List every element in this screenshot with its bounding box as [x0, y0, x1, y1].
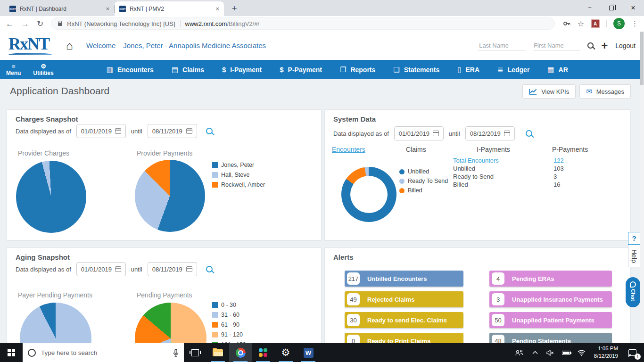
calendar-icon[interactable]	[186, 266, 192, 272]
nav-era[interactable]: ▯ERA	[448, 66, 488, 74]
people-icon[interactable]	[513, 349, 526, 356]
rxnt-logo[interactable]: RxNT	[8, 36, 52, 54]
menu-button[interactable]: ≡ Menu	[0, 63, 27, 76]
legend-swatch	[212, 302, 218, 308]
microphone-icon[interactable]	[173, 349, 179, 357]
calendar-icon[interactable]	[115, 266, 121, 272]
url-field[interactable]: RxNT (Networking Technology Inc) [US] ww…	[51, 17, 554, 30]
nav-i-payment[interactable]: $I-Payment	[213, 66, 271, 74]
tab-i-payments[interactable]: I-Payments	[477, 146, 510, 153]
profile-avatar[interactable]: S	[613, 18, 625, 29]
tray-expand-chevron-icon[interactable]	[529, 351, 541, 354]
refresh-search-icon[interactable]	[206, 266, 213, 272]
nav-p-payment[interactable]: $P-Payment	[271, 66, 331, 74]
calendar-icon[interactable]	[504, 131, 510, 136]
from-date-input[interactable]: 01/01/2019	[76, 124, 126, 138]
help-tab[interactable]: Help	[628, 245, 640, 267]
nav-encounters[interactable]: ▥Encounters	[98, 66, 163, 74]
action-center-button[interactable]: 1	[624, 349, 640, 356]
page-scrollbar[interactable]	[640, 31, 644, 343]
task-view-button[interactable]	[184, 343, 206, 362]
alert-ready-print-claims[interactable]: 0 Ready to Print Claims	[345, 333, 463, 343]
bar-chart-icon: ▦	[547, 66, 554, 74]
calendar-icon[interactable]	[186, 128, 192, 134]
tab-encounters[interactable]: Encounters	[332, 146, 365, 153]
stat-label[interactable]: Total Encounters	[453, 157, 499, 164]
nav-reports[interactable]: ❐Reports	[331, 66, 384, 74]
nav-claims[interactable]: ▤Claims	[163, 66, 213, 74]
home-icon[interactable]: ⌂	[66, 39, 73, 52]
stat-row: Billed16	[453, 181, 594, 189]
alert-rejected-claims[interactable]: 49 Rejected Claims	[345, 291, 463, 307]
chrome-button[interactable]	[229, 343, 252, 362]
taskbar-search[interactable]	[23, 343, 184, 362]
from-date-input[interactable]: 01/01/2019	[76, 262, 126, 276]
new-tab-button[interactable]: +	[228, 2, 241, 15]
alert-count: 3	[492, 293, 504, 305]
taskbar-search-input[interactable]	[41, 349, 168, 356]
tab-dashboard[interactable]: RxNT RxNT | Dashboard ×	[5, 1, 114, 16]
utilities-button[interactable]: ⚙ Utilities	[27, 63, 59, 76]
file-explorer-button[interactable]	[206, 343, 229, 362]
to-date-input[interactable]: 08/11/2019	[148, 124, 197, 138]
alert-unapplied-insurance[interactable]: 3 Unapplied Insurance Payments	[489, 291, 612, 307]
alert-label: Unapplied Insurance Payments	[512, 296, 603, 303]
refresh-search-icon[interactable]	[206, 128, 213, 134]
from-date-input[interactable]: 01/01/2019	[394, 126, 444, 140]
logout-link[interactable]: Logout	[615, 42, 636, 49]
slack-button[interactable]	[252, 343, 274, 362]
charges-date-filter: Data displayed as of 01/01/2019 until 08…	[16, 124, 213, 138]
calendar-icon[interactable]	[115, 128, 121, 134]
scrollbar-thumb[interactable]	[640, 32, 644, 85]
view-kpis-button[interactable]: View KPIs	[522, 84, 576, 99]
patient-search: + Logout	[478, 40, 636, 51]
nav-ar[interactable]: ▦AR	[538, 66, 577, 74]
settings-button[interactable]: ⚙	[274, 343, 297, 362]
reload-button[interactable]: ↻	[37, 20, 43, 28]
minimize-button[interactable]: −	[579, 0, 601, 16]
chart-title: Pending Payments	[137, 291, 192, 299]
alert-pending-statements[interactable]: 48 Pending Statements	[489, 333, 612, 343]
restore-button[interactable]	[601, 0, 622, 16]
battery-icon[interactable]	[560, 351, 572, 355]
legend-item: Hall, Steve	[212, 172, 265, 178]
alert-unapplied-patient[interactable]: 50 Unapplied Patient Payments	[489, 312, 612, 328]
alert-unbilled-encounters[interactable]: 217 Unbilled Encounters	[345, 271, 463, 287]
chart-title: Provider Payments	[137, 149, 192, 157]
adobe-extension-icon[interactable]: A	[591, 19, 600, 28]
word-button[interactable]: W	[297, 343, 320, 362]
close-button[interactable]: ×	[622, 0, 644, 16]
legend-item: Rockwell, Amber	[212, 181, 265, 188]
certificate-label[interactable]: RxNT (Networking Technology Inc) [US]	[67, 20, 175, 27]
tab-close-icon[interactable]: ×	[215, 5, 219, 12]
taskbar-clock[interactable]: 1:05 PM 8/12/2019	[591, 345, 621, 360]
start-button[interactable]	[0, 343, 23, 362]
nav-ledger[interactable]: ≣Ledger	[488, 66, 538, 74]
chat-button[interactable]: Chat	[626, 277, 640, 307]
refresh-search-icon[interactable]	[526, 130, 532, 137]
alert-ready-send-claims[interactable]: 30 Ready to send Elec. Claims	[345, 312, 463, 328]
last-name-input[interactable]	[478, 41, 525, 50]
volume-muted-icon[interactable]	[545, 350, 557, 356]
tab-claims[interactable]: Claims	[406, 146, 426, 153]
calendar-icon[interactable]	[433, 131, 439, 136]
tab-pmv2[interactable]: RxNT RxNT | PMV2 ×	[115, 1, 224, 16]
forward-button[interactable]: →	[21, 20, 29, 28]
stat-row: Ready to Send3	[453, 173, 594, 181]
back-button[interactable]: ←	[6, 20, 14, 28]
tab-p-payments[interactable]: P-Payments	[552, 146, 588, 153]
wifi-icon[interactable]	[576, 350, 588, 356]
add-patient-icon[interactable]: +	[601, 40, 608, 51]
tab-close-icon[interactable]: ×	[106, 5, 109, 12]
to-date-input[interactable]: 08/11/2019	[148, 262, 197, 276]
search-icon[interactable]	[587, 42, 594, 49]
nav-statements[interactable]: ❏Statements	[384, 66, 448, 74]
browser-menu-icon[interactable]: ⋮	[631, 19, 638, 28]
password-key-icon[interactable]	[562, 19, 571, 28]
alert-pending-eras[interactable]: 4 Pending ERAs	[489, 271, 612, 287]
help-question-button[interactable]: ?	[628, 232, 640, 245]
messages-button[interactable]: ✉ Messages	[579, 84, 631, 99]
first-name-input[interactable]	[533, 41, 580, 50]
bookmark-star-icon[interactable]: ☆	[578, 19, 584, 28]
to-date-input[interactable]: 08/12/2019	[465, 126, 515, 140]
